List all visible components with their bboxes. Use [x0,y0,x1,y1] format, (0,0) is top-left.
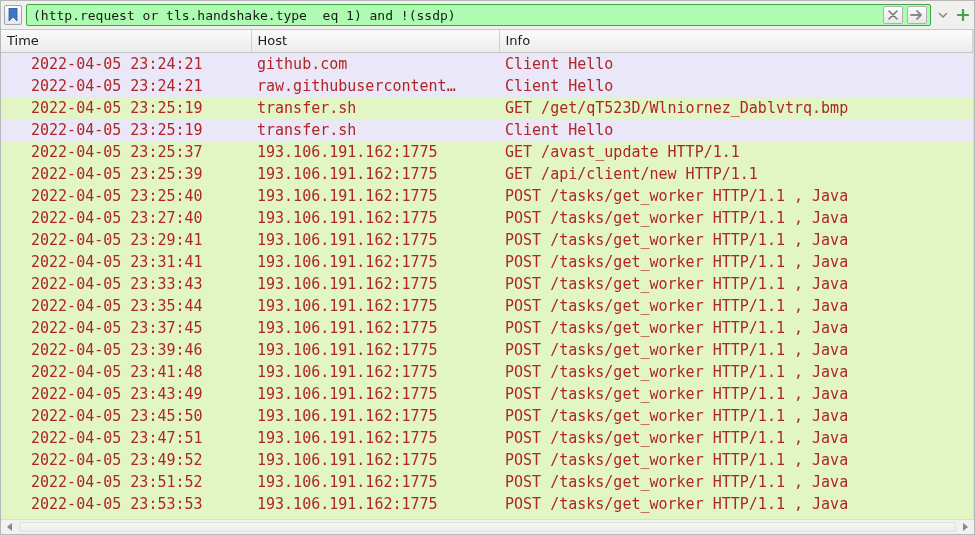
packet-info-cell: GET /api/client/new HTTP/1.1 [499,163,973,185]
packet-host-cell: github.com [251,53,499,76]
packet-row[interactable]: 2022-04-05 23:41:48193.106.191.162:1775P… [1,361,973,383]
arrow-right-icon [910,10,924,20]
packet-time-cell: 2022-04-05 23:39:46 [1,339,251,361]
packet-info-cell: POST /tasks/get_worker HTTP/1.1 , Java [499,273,973,295]
packet-host-cell: 193.106.191.162:1775 [251,163,499,185]
packet-row[interactable]: 2022-04-05 23:25:19transfer.shGET /get/q… [1,97,973,119]
packet-host-cell: 193.106.191.162:1775 [251,405,499,427]
packet-host-cell: 193.106.191.162:1775 [251,295,499,317]
packet-time-cell: 2022-04-05 23:55:53 [1,515,251,519]
packet-info-cell: POST /tasks/get_worker HTTP/1.1 , Java [499,339,973,361]
packet-row[interactable]: 2022-04-05 23:47:51193.106.191.162:1775P… [1,427,973,449]
packet-row[interactable]: 2022-04-05 23:35:44193.106.191.162:1775P… [1,295,973,317]
display-filter-input[interactable] [26,4,931,26]
packet-info-cell: Client Hello [499,53,973,76]
horizontal-scrollbar[interactable] [1,519,974,534]
chevron-down-icon [938,12,948,18]
packet-host-cell: transfer.sh [251,97,499,119]
packet-info-cell: POST /tasks/get_worker HTTP/1.1 , Java [499,449,973,471]
clear-icon [888,10,898,20]
packet-host-cell: 193.106.191.162:1775 [251,339,499,361]
column-header-info[interactable]: Info [499,30,973,53]
packet-host-cell: 193.106.191.162:1775 [251,317,499,339]
packet-host-cell: raw.githubusercontent… [251,75,499,97]
packet-info-cell: POST /tasks/get_worker HTTP/1.1 , Java [499,229,973,251]
packet-host-cell: 193.106.191.162:1775 [251,493,499,515]
apply-filter-button[interactable] [907,6,927,24]
triangle-right-icon [961,523,969,531]
packet-info-cell: POST /tasks/get_worker HTTP/1.1 , Java [499,251,973,273]
packet-host-cell: 193.106.191.162:1775 [251,383,499,405]
packet-list-scroll[interactable]: Time Host Info 2022-04-05 23:24:21github… [1,30,973,519]
packet-host-cell: 193.106.191.162:1775 [251,361,499,383]
packet-time-cell: 2022-04-05 23:51:52 [1,471,251,493]
packet-time-cell: 2022-04-05 23:37:45 [1,317,251,339]
display-filter-wrap [26,4,931,26]
packet-row[interactable]: 2022-04-05 23:27:40193.106.191.162:1775P… [1,207,973,229]
packet-row[interactable]: 2022-04-05 23:45:50193.106.191.162:1775P… [1,405,973,427]
packet-info-cell: POST /tasks/get_worker HTTP/1.1 , Java [499,361,973,383]
packet-time-cell: 2022-04-05 23:25:37 [1,141,251,163]
packet-time-cell: 2022-04-05 23:25:19 [1,97,251,119]
packet-time-cell: 2022-04-05 23:24:21 [1,53,251,76]
packet-row[interactable]: 2022-04-05 23:37:45193.106.191.162:1775P… [1,317,973,339]
packet-info-cell: POST /tasks/get_worker HTTP/1.1 , Java [499,317,973,339]
packet-info-cell: POST /tasks/get_worker HTTP/1.1 , Java [499,515,973,519]
packet-host-cell: 193.106.191.162:1775 [251,229,499,251]
packet-info-cell: GET /avast_update HTTP/1.1 [499,141,973,163]
packet-host-cell: 193.106.191.162:1775 [251,449,499,471]
packet-info-cell: POST /tasks/get_worker HTTP/1.1 , Java [499,427,973,449]
packet-time-cell: 2022-04-05 23:24:21 [1,75,251,97]
bookmark-filter-button[interactable] [4,5,22,25]
packet-time-cell: 2022-04-05 23:25:40 [1,185,251,207]
filter-history-dropdown[interactable] [935,4,951,26]
column-header-time[interactable]: Time [1,30,251,53]
packet-time-cell: 2022-04-05 23:45:50 [1,405,251,427]
hscroll-left-arrow[interactable] [3,521,17,533]
vertical-scrollbar[interactable] [973,30,974,519]
packet-row[interactable]: 2022-04-05 23:24:21github.comClient Hell… [1,53,973,76]
column-header-host[interactable]: Host [251,30,499,53]
packet-time-cell: 2022-04-05 23:41:48 [1,361,251,383]
packet-row[interactable]: 2022-04-05 23:55:53193.106.191.162:1775P… [1,515,973,519]
clear-filter-button[interactable] [883,6,903,24]
packet-row[interactable]: 2022-04-05 23:53:53193.106.191.162:1775P… [1,493,973,515]
packet-info-cell: Client Hello [499,75,973,97]
packet-time-cell: 2022-04-05 23:53:53 [1,493,251,515]
packet-time-cell: 2022-04-05 23:25:39 [1,163,251,185]
packet-time-cell: 2022-04-05 23:31:41 [1,251,251,273]
packet-row[interactable]: 2022-04-05 23:25:40193.106.191.162:1775P… [1,185,973,207]
packet-row[interactable]: 2022-04-05 23:31:41193.106.191.162:1775P… [1,251,973,273]
hscroll-track[interactable] [19,522,956,532]
packet-host-cell: 193.106.191.162:1775 [251,515,499,519]
packet-row[interactable]: 2022-04-05 23:39:46193.106.191.162:1775P… [1,339,973,361]
packet-row[interactable]: 2022-04-05 23:25:37193.106.191.162:1775G… [1,141,973,163]
packet-row[interactable]: 2022-04-05 23:25:39193.106.191.162:1775G… [1,163,973,185]
packet-info-cell: POST /tasks/get_worker HTTP/1.1 , Java [499,383,973,405]
packet-list-area: Time Host Info 2022-04-05 23:24:21github… [1,30,974,519]
packet-host-cell: 193.106.191.162:1775 [251,251,499,273]
plus-icon [957,9,969,21]
packet-time-cell: 2022-04-05 23:29:41 [1,229,251,251]
packet-host-cell: transfer.sh [251,119,499,141]
add-filter-expression-button[interactable] [955,4,971,26]
display-filter-toolbar [1,1,974,30]
packet-host-cell: 193.106.191.162:1775 [251,273,499,295]
packet-host-cell: 193.106.191.162:1775 [251,185,499,207]
packet-row[interactable]: 2022-04-05 23:51:52193.106.191.162:1775P… [1,471,973,493]
packet-table-header-row: Time Host Info [1,30,973,53]
packet-info-cell: POST /tasks/get_worker HTTP/1.1 , Java [499,471,973,493]
packet-time-cell: 2022-04-05 23:35:44 [1,295,251,317]
packet-row[interactable]: 2022-04-05 23:29:41193.106.191.162:1775P… [1,229,973,251]
packet-time-cell: 2022-04-05 23:33:43 [1,273,251,295]
hscroll-right-arrow[interactable] [958,521,972,533]
packet-row[interactable]: 2022-04-05 23:43:49193.106.191.162:1775P… [1,383,973,405]
packet-time-cell: 2022-04-05 23:43:49 [1,383,251,405]
triangle-left-icon [6,523,14,531]
packet-info-cell: POST /tasks/get_worker HTTP/1.1 , Java [499,405,973,427]
packet-host-cell: 193.106.191.162:1775 [251,427,499,449]
packet-row[interactable]: 2022-04-05 23:24:21raw.githubusercontent… [1,75,973,97]
packet-row[interactable]: 2022-04-05 23:49:52193.106.191.162:1775P… [1,449,973,471]
packet-row[interactable]: 2022-04-05 23:25:19transfer.shClient Hel… [1,119,973,141]
packet-row[interactable]: 2022-04-05 23:33:43193.106.191.162:1775P… [1,273,973,295]
